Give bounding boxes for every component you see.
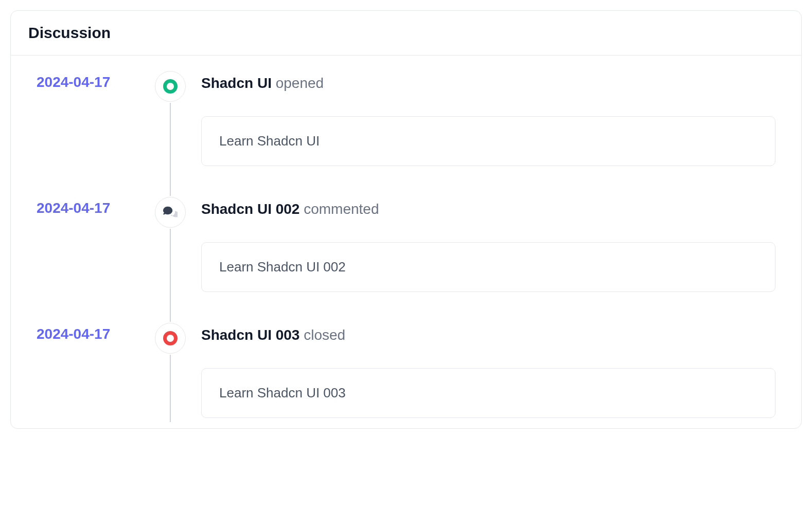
timeline-author: Shadcn UI 003 — [201, 327, 299, 343]
comments-icon — [163, 205, 178, 220]
timeline-marker-column — [155, 71, 186, 197]
timeline-marker-column — [155, 197, 186, 323]
timeline-connector — [170, 103, 171, 196]
timeline-action: commented — [304, 201, 379, 217]
timeline-marker-column — [155, 323, 186, 423]
timeline-action: closed — [304, 327, 345, 343]
timeline-marker — [155, 71, 186, 102]
timeline-marker — [155, 323, 186, 354]
timeline-body: Learn Shadcn UI 002 — [201, 242, 775, 292]
closed-status-icon — [163, 331, 178, 345]
timeline-content: Shadcn UI opened Learn Shadcn UI — [201, 71, 775, 197]
timeline-date: 2024-04-17 — [37, 197, 139, 323]
card-title: Discussion — [28, 24, 784, 42]
timeline-item: 2024-04-17 Shadcn UI 002 — [37, 197, 775, 323]
timeline-body: Learn Shadcn UI 003 — [201, 368, 775, 418]
timeline-connector — [170, 229, 171, 322]
timeline-item: 2024-04-17 Shadcn UI 003 closed Learn Sh… — [37, 323, 775, 423]
card-body: 2024-04-17 Shadcn UI opened Learn Shadcn… — [11, 56, 801, 428]
timeline-content: Shadcn UI 002 commented Learn Shadcn UI … — [201, 197, 775, 323]
timeline-date: 2024-04-17 — [37, 323, 139, 423]
timeline-author: Shadcn UI — [201, 75, 272, 91]
timeline-item: 2024-04-17 Shadcn UI opened Learn Shadcn… — [37, 71, 775, 197]
timeline-content: Shadcn UI 003 closed Learn Shadcn UI 003 — [201, 323, 775, 423]
timeline-item-header: Shadcn UI 002 commented — [201, 197, 775, 217]
timeline-author: Shadcn UI 002 — [201, 201, 299, 217]
timeline-item-header: Shadcn UI opened — [201, 71, 775, 92]
timeline-item-header: Shadcn UI 003 closed — [201, 323, 775, 343]
timeline: 2024-04-17 Shadcn UI opened Learn Shadcn… — [37, 71, 775, 423]
timeline-date: 2024-04-17 — [37, 71, 139, 197]
open-status-icon — [163, 79, 178, 94]
timeline-action: opened — [276, 75, 324, 91]
timeline-marker — [155, 197, 186, 228]
timeline-connector — [170, 355, 171, 422]
card-header: Discussion — [11, 11, 801, 56]
timeline-body: Learn Shadcn UI — [201, 116, 775, 166]
discussion-card: Discussion 2024-04-17 Shadcn UI opened — [10, 10, 802, 429]
